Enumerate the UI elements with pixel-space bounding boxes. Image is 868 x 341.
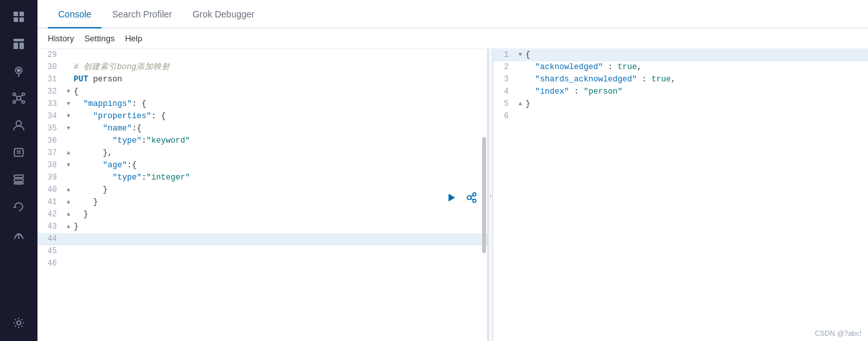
run-button[interactable] xyxy=(443,190,459,205)
tab-console[interactable]: Console xyxy=(48,0,101,28)
line-gutter: ▼ xyxy=(63,98,74,110)
sync-icon xyxy=(12,200,25,213)
table-row: 43 ▲ } xyxy=(37,221,487,233)
table-row: 45 xyxy=(37,245,487,258)
result-line-number: 6 xyxy=(496,110,515,123)
line-content: "mappings": { xyxy=(74,98,485,110)
grid-icon xyxy=(12,10,25,23)
editor-actions xyxy=(443,190,480,205)
table-row: 35 ▼ "name":{ xyxy=(37,123,487,135)
history-button[interactable]: History xyxy=(48,34,74,43)
line-content: # 创建索引bong添加映射 xyxy=(74,61,485,74)
table-row: 46 xyxy=(37,258,487,270)
sidebar-item-stack[interactable] xyxy=(5,167,33,192)
sidebar-item-settings[interactable] xyxy=(5,310,33,336)
line-content: "name":{ xyxy=(74,123,485,135)
sidebar-item-logs[interactable] xyxy=(5,140,33,165)
line-number: 42 xyxy=(40,209,63,221)
svg-point-28 xyxy=(473,193,476,196)
line-number: 36 xyxy=(40,135,63,147)
line-content: "properties": { xyxy=(74,110,485,123)
table-row: 42 ▲ } xyxy=(37,209,487,221)
sidebar-item-user[interactable] xyxy=(5,112,33,138)
svg-point-10 xyxy=(13,93,16,96)
copy-curl-button[interactable] xyxy=(464,190,480,205)
result-line-gutter: ▲ xyxy=(515,98,525,110)
line-number: 35 xyxy=(40,123,63,135)
table-row: 1 ▼ { xyxy=(493,49,868,61)
line-content: "acknowledged" : true, xyxy=(525,61,865,74)
line-number: 39 xyxy=(40,172,63,184)
line-content: } xyxy=(74,196,485,209)
sidebar-item-grid[interactable] xyxy=(5,4,33,30)
result-line-number: 4 xyxy=(496,86,515,98)
table-row: 6 xyxy=(493,110,868,123)
result-line-number: 2 xyxy=(496,61,515,74)
line-content: } xyxy=(74,209,485,221)
result-line-number: 5 xyxy=(496,98,515,110)
line-gutter: ▼ xyxy=(63,86,74,98)
line-content: "type":"integer" xyxy=(74,172,485,184)
sidebar-item-map[interactable] xyxy=(5,58,33,84)
sidebar-item-dashboard[interactable] xyxy=(5,31,33,57)
result-line-gutter: ▼ xyxy=(515,49,525,61)
line-content: "type":"keyword" xyxy=(74,135,485,147)
svg-marker-26 xyxy=(449,194,455,202)
logs-icon xyxy=(12,146,25,159)
tab-grok-debugger[interactable]: Grok Debugger xyxy=(182,0,265,28)
svg-rect-3 xyxy=(19,17,24,22)
line-number: 29 xyxy=(40,49,63,61)
table-row: 44 xyxy=(37,233,487,245)
stack-icon xyxy=(12,173,25,186)
line-number: 37 xyxy=(40,147,63,160)
sidebar-item-sync[interactable] xyxy=(5,194,33,220)
svg-rect-2 xyxy=(14,17,18,22)
result-editor: 1 ▼ { 2 "acknowledged" : true, 3 "shards… xyxy=(493,49,868,341)
map-icon xyxy=(12,65,25,78)
line-content: }, xyxy=(74,147,485,160)
svg-rect-23 xyxy=(14,183,23,184)
svg-rect-4 xyxy=(14,39,24,41)
line-gutter: ▼ xyxy=(63,110,74,123)
svg-rect-0 xyxy=(14,12,18,16)
svg-line-16 xyxy=(16,99,17,101)
svg-point-29 xyxy=(473,200,476,203)
sidebar-item-antenna[interactable] xyxy=(5,221,33,247)
help-button[interactable]: Help xyxy=(125,34,142,43)
line-gutter: ▲ xyxy=(63,147,74,160)
table-row: 31 PUT person xyxy=(37,74,487,86)
line-number: 30 xyxy=(40,61,63,74)
line-number: 43 xyxy=(40,221,63,233)
user-icon xyxy=(12,119,25,132)
line-number: 33 xyxy=(40,98,63,110)
svg-rect-6 xyxy=(19,43,24,49)
sidebar-item-nodes[interactable] xyxy=(5,85,33,111)
line-content: "shards_acknowledged" : true, xyxy=(525,74,865,86)
nodes-icon xyxy=(12,92,25,105)
vertical-scrollbar[interactable] xyxy=(482,137,486,254)
line-content: } xyxy=(525,98,865,110)
result-line-number: 1 xyxy=(496,49,515,61)
line-content: { xyxy=(525,49,865,61)
right-result-pane: 1 ▼ { 2 "acknowledged" : true, 3 "shards… xyxy=(493,49,868,341)
line-gutter: ▲ xyxy=(63,196,74,209)
code-editor[interactable]: 29 30 # 创建索引bong添加映射 31 PUT person xyxy=(37,49,487,341)
table-row: 39 "type":"integer" xyxy=(37,172,487,184)
settings-button[interactable]: Settings xyxy=(84,34,114,43)
result-line-number: 3 xyxy=(496,74,515,86)
pane-divider[interactable]: ⋮ xyxy=(488,49,493,341)
svg-line-30 xyxy=(471,196,473,197)
table-row: 32 ▼ { xyxy=(37,86,487,98)
antenna-icon xyxy=(12,227,25,240)
svg-rect-1 xyxy=(19,12,24,16)
line-number: 32 xyxy=(40,86,63,98)
tab-search-profiler[interactable]: Search Profiler xyxy=(101,0,182,28)
table-row: 5 ▲ } xyxy=(493,98,868,110)
line-number: 46 xyxy=(40,258,63,270)
svg-point-12 xyxy=(13,101,16,103)
table-row: 30 # 创建索引bong添加映射 xyxy=(37,61,487,74)
table-row: 41 ▲ } xyxy=(37,196,487,209)
sidebar xyxy=(0,0,37,341)
svg-line-14 xyxy=(16,96,17,97)
main-content: Console Search Profiler Grok Debugger Hi… xyxy=(37,0,868,341)
